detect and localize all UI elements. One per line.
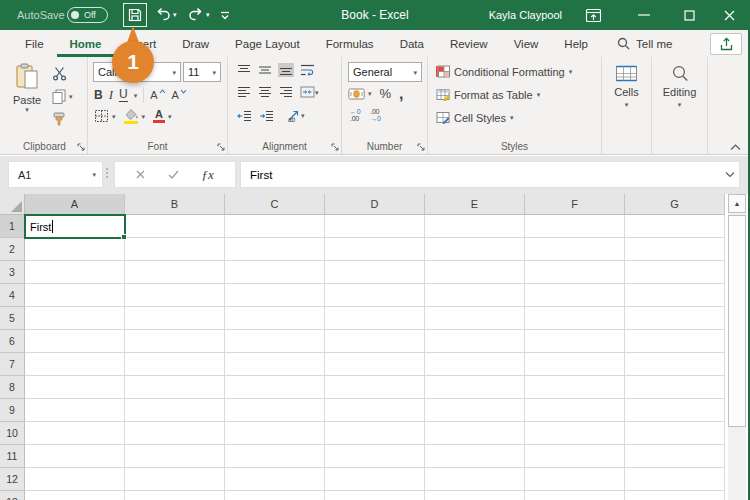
row-header-8[interactable]: 8	[0, 376, 25, 399]
cell-D7[interactable]	[325, 353, 425, 376]
paste-dropdown-arrow[interactable]: ▾	[9, 106, 45, 113]
cell-B8[interactable]	[125, 376, 225, 399]
user-name[interactable]: Kayla Claypool	[489, 9, 562, 21]
cells-button[interactable]: Cells ▾	[602, 64, 651, 108]
column-header-F[interactable]: F	[525, 194, 625, 215]
paste-button[interactable]: Paste ▾	[9, 63, 45, 113]
merge-center-button[interactable]: ▾	[299, 85, 320, 99]
cell-E8[interactable]	[425, 376, 525, 399]
cell-D9[interactable]	[325, 399, 425, 422]
cell-F4[interactable]	[525, 284, 625, 307]
cell-A12[interactable]	[25, 468, 125, 491]
column-header-C[interactable]: C	[225, 194, 325, 215]
row-header-1[interactable]: 1	[0, 215, 25, 238]
cell-D10[interactable]	[325, 422, 425, 445]
number-format-combo[interactable]: General ▾	[348, 62, 422, 82]
column-header-G[interactable]: G	[625, 194, 725, 215]
align-right-button[interactable]	[278, 85, 294, 99]
close-button[interactable]	[713, 0, 745, 30]
undo-button[interactable]	[155, 7, 171, 21]
cell-A9[interactable]	[25, 399, 125, 422]
column-header-B[interactable]: B	[125, 194, 225, 215]
cell-E4[interactable]	[425, 284, 525, 307]
autosave-toggle[interactable]: Off	[67, 7, 108, 23]
cell-G11[interactable]	[625, 445, 725, 468]
row-header-3[interactable]: 3	[0, 261, 25, 284]
cell-D12[interactable]	[325, 468, 425, 491]
cell-D5[interactable]	[325, 307, 425, 330]
decrease-font-size-button[interactable]: A	[172, 89, 187, 101]
insert-function-button[interactable]: ƒx	[201, 167, 213, 183]
cut-button[interactable]	[52, 66, 73, 81]
name-box[interactable]: A1 ▾	[8, 161, 103, 188]
cell-C12[interactable]	[225, 468, 325, 491]
cell-E6[interactable]	[425, 330, 525, 353]
select-all-button[interactable]	[0, 194, 25, 215]
ribbon-display-options-button[interactable]	[585, 8, 602, 23]
font-dialog-launcher-icon[interactable]	[217, 143, 225, 151]
merge-center-dropdown-arrow[interactable]: ▾	[315, 89, 319, 96]
cell-A8[interactable]	[25, 376, 125, 399]
scroll-up-button[interactable]: ▲	[728, 194, 746, 213]
column-header-A[interactable]: A	[25, 194, 125, 215]
orientation-button[interactable]: ab ▾	[286, 108, 306, 123]
tab-home[interactable]: Home	[57, 30, 115, 57]
vertical-scrollbar[interactable]: ▲	[728, 194, 746, 500]
accounting-format-button[interactable]: ▾	[348, 88, 372, 100]
cell-C13[interactable]	[225, 491, 325, 500]
cell-E11[interactable]	[425, 445, 525, 468]
tab-data[interactable]: Data	[387, 30, 437, 57]
collapse-ribbon-icon[interactable]	[730, 144, 741, 151]
cell-E2[interactable]	[425, 238, 525, 261]
tab-review[interactable]: Review	[437, 30, 501, 57]
percent-style-button[interactable]: %	[380, 86, 392, 101]
enter-entry-button[interactable]	[168, 170, 179, 179]
tell-me-box[interactable]: Tell me	[617, 30, 672, 57]
increase-decimal-button[interactable]: ←0 .00	[350, 108, 360, 122]
cell-F6[interactable]	[525, 330, 625, 353]
borders-dropdown-arrow[interactable]: ▾	[112, 113, 116, 120]
row-header-6[interactable]: 6	[0, 330, 25, 353]
middle-align-button[interactable]	[257, 63, 273, 77]
tab-view[interactable]: View	[501, 30, 552, 57]
cell-B5[interactable]	[125, 307, 225, 330]
decrease-decimal-button[interactable]: .00 →0	[370, 108, 380, 122]
cell-C3[interactable]	[225, 261, 325, 284]
accounting-dropdown-arrow[interactable]: ▾	[368, 90, 372, 97]
formula-bar-drag-handle[interactable]	[106, 168, 108, 178]
alignment-dialog-launcher-icon[interactable]	[331, 143, 339, 151]
tab-page-layout[interactable]: Page Layout	[222, 30, 313, 57]
customize-quick-access-toolbar-button[interactable]	[219, 9, 231, 21]
format-as-table-button[interactable]: Format as Table ▾	[436, 88, 540, 101]
cell-A6[interactable]	[25, 330, 125, 353]
decrease-indent-button[interactable]	[236, 109, 253, 123]
cell-B1[interactable]	[125, 215, 225, 238]
cell-E1[interactable]	[425, 215, 525, 238]
share-button[interactable]	[710, 33, 742, 55]
copy-dropdown-arrow[interactable]: ▾	[69, 93, 73, 100]
editing-button[interactable]: Editing ▾	[652, 64, 707, 108]
cell-F1[interactable]	[525, 215, 625, 238]
format-painter-button[interactable]	[52, 112, 73, 127]
name-box-dropdown-arrow[interactable]: ▾	[92, 171, 96, 178]
conditional-formatting-button[interactable]: Conditional Formatting ▾	[436, 65, 572, 78]
cell-G4[interactable]	[625, 284, 725, 307]
comma-style-button[interactable]: ,	[399, 89, 403, 99]
cell-D4[interactable]	[325, 284, 425, 307]
cell-A4[interactable]	[25, 284, 125, 307]
editing-dropdown-arrow[interactable]: ▾	[678, 101, 682, 108]
save-button[interactable]	[123, 3, 147, 27]
italic-button[interactable]: I	[109, 87, 113, 103]
cell-C2[interactable]	[225, 238, 325, 261]
cell-A10[interactable]	[25, 422, 125, 445]
cell-C9[interactable]	[225, 399, 325, 422]
cell-D13[interactable]	[325, 491, 425, 500]
cell-A11[interactable]	[25, 445, 125, 468]
redo-button[interactable]	[188, 7, 204, 21]
center-button[interactable]	[257, 85, 273, 99]
undo-dropdown-arrow[interactable]: ▾	[173, 11, 177, 19]
cancel-entry-button[interactable]	[136, 170, 145, 179]
cells-dropdown-arrow[interactable]: ▾	[625, 101, 629, 108]
row-header-7[interactable]: 7	[0, 353, 25, 376]
cell-F11[interactable]	[525, 445, 625, 468]
